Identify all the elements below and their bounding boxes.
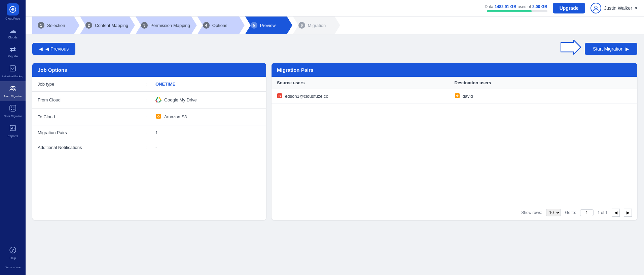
user-chevron-icon: ▾ xyxy=(635,5,637,11)
step-content-mapping[interactable]: 2 Content Mapping xyxy=(80,17,135,34)
steps-bar: 1 Selection 2 Content Mapping 3 Permissi… xyxy=(26,17,644,34)
additional-notifications-label: Additional Notifications xyxy=(38,145,145,150)
sidebar-item-help[interactable]: ? Help xyxy=(0,243,26,263)
sidebar-item-slack-migration[interactable]: Slack Migration xyxy=(0,101,26,121)
svg-rect-5 xyxy=(10,105,16,111)
previous-label: ◀ Previous xyxy=(45,46,69,52)
upgrade-button[interactable]: Upgrade xyxy=(553,3,585,13)
start-migration-button[interactable]: Start Migration ▶ xyxy=(585,43,637,55)
slack-migration-icon xyxy=(9,104,16,113)
job-type-row: Job type : ONETIME xyxy=(32,77,266,92)
svg-point-19 xyxy=(158,116,159,117)
step-label-3: Permission Mapping xyxy=(150,23,190,28)
help-icon: ? xyxy=(9,246,16,255)
step-permission-mapping[interactable]: 3 Permission Mapping xyxy=(136,17,197,34)
to-cloud-row: To Cloud : Amazon S3 xyxy=(32,109,266,125)
step-num-1: 1 xyxy=(38,22,44,29)
page-content: ◀ ◀ Previous Start Migration ▶ Job Optio… xyxy=(26,34,644,275)
step-preview[interactable]: 5 Preview xyxy=(245,17,292,34)
sidebar-item-individual-backup[interactable]: Individual Backup xyxy=(0,61,26,81)
user-name: Justin Walker xyxy=(604,5,632,11)
svg-point-7 xyxy=(13,106,14,108)
nav-buttons: ◀ ◀ Previous Start Migration ▶ xyxy=(32,40,637,58)
page-prev-button[interactable]: ◀ xyxy=(612,209,620,217)
from-cloud-row: From Cloud : xyxy=(32,92,266,109)
source-user-value: G edson1@cloudfuze.co xyxy=(277,93,455,99)
svg-point-4 xyxy=(13,86,15,88)
svg-rect-2 xyxy=(10,66,15,71)
job-options-body: Job type : ONETIME From Cloud : xyxy=(32,77,266,155)
pairs-table-header: Source users Destination users xyxy=(272,77,637,89)
topbar: Data 1482.91 GB used of 2.00 GB Upgrade … xyxy=(26,0,644,17)
go-to-input[interactable]: 1 xyxy=(580,209,594,216)
logo-icon xyxy=(7,3,19,16)
sidebar-item-reports[interactable]: Reports xyxy=(0,121,26,141)
step-options[interactable]: 4 Options xyxy=(198,17,245,34)
sidebar-label-migrate: Migrate xyxy=(8,55,18,58)
previous-button[interactable]: ◀ ◀ Previous xyxy=(32,43,75,55)
source-users-col-header: Source users xyxy=(277,80,455,85)
svg-point-6 xyxy=(11,106,12,108)
step-label-5: Preview xyxy=(260,23,276,28)
dest-user-icon xyxy=(455,93,460,99)
sidebar-item-migrate[interactable]: ⇄ Migrate xyxy=(0,42,26,61)
sidebar-logo: CloudFuze xyxy=(5,3,20,20)
data-label: Data xyxy=(485,4,493,9)
page-next-button[interactable]: ▶ xyxy=(624,209,632,217)
s3-icon xyxy=(155,113,162,120)
sidebar-label-slack-migration: Slack Migration xyxy=(4,115,22,118)
from-cloud-value: Google My Drive xyxy=(155,96,261,103)
sidebar-label-reports: Reports xyxy=(7,134,18,138)
terms-of-use-link[interactable]: Terms of use xyxy=(4,263,22,272)
step-selection[interactable]: 1 Selection xyxy=(32,17,79,34)
migrate-icon: ⇄ xyxy=(10,46,16,53)
step-num-2: 2 xyxy=(85,22,92,29)
migration-pairs-header: Migration Pairs xyxy=(272,63,637,77)
job-options-header: Job Options xyxy=(32,63,266,77)
panels: Job Options Job type : ONETIME From Clou… xyxy=(32,63,637,220)
to-cloud-label: To Cloud xyxy=(38,114,145,119)
start-label: Start Migration xyxy=(593,46,623,52)
main-content: Data 1482.91 GB used of 2.00 GB Upgrade … xyxy=(26,0,644,275)
start-arrow-icon: ▶ xyxy=(625,46,629,52)
to-cloud-colon: : xyxy=(145,114,155,119)
from-cloud-label: From Cloud xyxy=(38,97,145,102)
step-num-6: 6 xyxy=(298,22,305,29)
show-rows-select[interactable]: 10 25 50 xyxy=(546,209,561,216)
pairs-spacer xyxy=(272,104,637,205)
job-type-colon: : xyxy=(145,82,155,87)
reports-icon xyxy=(9,124,16,133)
sidebar-item-team-migration[interactable]: Team Migration xyxy=(0,81,26,101)
logo-label: CloudFuze xyxy=(5,17,20,20)
step-label-1: Selection xyxy=(47,23,65,28)
from-cloud-colon: : xyxy=(145,97,155,102)
job-type-label: Job type xyxy=(38,82,145,87)
storage-progress-fill xyxy=(487,10,532,12)
step-label-6: Migration xyxy=(308,23,326,28)
individual-backup-icon xyxy=(9,65,16,73)
additional-notifications-colon: : xyxy=(145,145,155,150)
sidebar-bottom: ? Help Terms of use xyxy=(0,243,26,272)
svg-point-9 xyxy=(13,109,14,110)
svg-point-3 xyxy=(11,86,13,88)
step-label-2: Content Mapping xyxy=(95,23,128,28)
right-actions: Start Migration ▶ xyxy=(561,40,637,58)
migration-pairs-panel: Migration Pairs Source users Destination… xyxy=(272,63,637,220)
svg-point-16 xyxy=(595,6,597,9)
sidebar-item-clouds[interactable]: ☁ Clouds xyxy=(0,24,26,42)
sidebar-label-help: Help xyxy=(10,256,16,260)
gdrive-icon xyxy=(155,96,162,103)
total-gb: 2.00 GB xyxy=(532,4,547,9)
sidebar-label-individual-backup: Individual Backup xyxy=(2,75,24,78)
step-num-5: 5 xyxy=(251,22,257,29)
prev-arrow-icon: ◀ xyxy=(39,46,43,52)
right-arrow-indicator xyxy=(561,40,581,58)
migration-pairs-label: Migration Pairs xyxy=(38,130,145,135)
step-migration[interactable]: 6 Migration xyxy=(293,17,340,34)
user-avatar xyxy=(591,3,601,13)
go-to-label: Go to: xyxy=(565,210,576,215)
team-migration-icon xyxy=(9,85,16,93)
step-label-4: Options xyxy=(212,23,227,28)
user-menu[interactable]: Justin Walker ▾ xyxy=(591,3,637,13)
svg-text:G: G xyxy=(278,94,281,98)
